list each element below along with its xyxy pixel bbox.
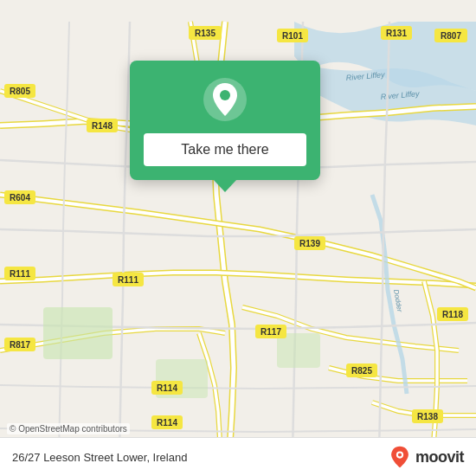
bottom-bar: 26/27 Leeson Street Lower, Ireland moovi…	[0, 437, 476, 476]
location-popup: Take me there	[130, 61, 320, 180]
svg-rect-3	[43, 307, 113, 359]
svg-text:R101: R101	[282, 31, 303, 41]
svg-point-42	[220, 90, 230, 100]
svg-text:R135: R135	[195, 29, 215, 38]
copyright-notice: © OpenStreetMap contributors	[7, 423, 130, 434]
svg-text:R111: R111	[118, 275, 138, 285]
location-pin-icon	[202, 76, 248, 123]
svg-text:R138: R138	[417, 412, 438, 421]
svg-text:R604: R604	[10, 193, 30, 203]
svg-text:R825: R825	[351, 366, 372, 376]
svg-point-44	[398, 453, 402, 456]
moovit-pin-icon	[388, 445, 412, 469]
moovit-logo: moovit	[388, 445, 464, 469]
map-container: River Liffey River Liffey	[0, 0, 476, 476]
svg-text:R114: R114	[157, 418, 177, 428]
svg-text:R118: R118	[442, 310, 463, 319]
svg-text:R148: R148	[92, 121, 113, 131]
svg-text:R114: R114	[157, 383, 177, 393]
svg-text:Dodder: Dodder	[392, 289, 403, 313]
svg-text:R117: R117	[261, 327, 281, 337]
address-text: 26/27 Leeson Street Lower, Ireland	[12, 451, 187, 464]
svg-text:R111: R111	[10, 269, 30, 279]
svg-text:R805: R805	[10, 87, 30, 96]
svg-text:R131: R131	[386, 29, 407, 38]
moovit-brand-text: moovit	[415, 448, 464, 466]
svg-text:R817: R817	[10, 340, 30, 350]
take-me-there-button[interactable]: Take me there	[144, 133, 306, 166]
svg-text:R807: R807	[441, 31, 461, 41]
svg-text:R139: R139	[299, 239, 320, 248]
